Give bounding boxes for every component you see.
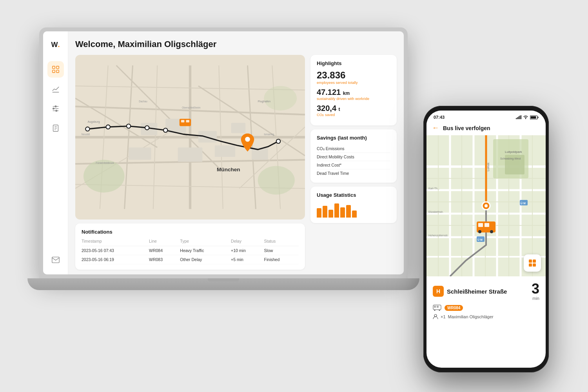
laptop-base bbox=[27, 278, 419, 290]
cell-line: WR083 bbox=[149, 255, 180, 264]
battery-icon bbox=[530, 115, 539, 120]
svg-rect-70 bbox=[531, 116, 536, 118]
phone-bottom: H Schleißheimer Straße 3 min bbox=[426, 276, 546, 323]
svg-rect-63 bbox=[517, 117, 518, 119]
svg-point-43 bbox=[264, 86, 297, 111]
svg-point-41 bbox=[83, 160, 125, 193]
svg-rect-52 bbox=[186, 120, 189, 122]
savings-travel-time: Dead Travel Time bbox=[317, 169, 390, 177]
svg-rect-38 bbox=[178, 147, 203, 162]
svg-point-98 bbox=[485, 204, 488, 207]
svg-rect-93 bbox=[478, 223, 483, 227]
sidebar-item-reports[interactable] bbox=[47, 120, 64, 136]
passenger-info: ×1 Maximilian Oligschläger bbox=[433, 314, 539, 319]
savings-title: Savings (last month) bbox=[317, 135, 390, 141]
table-row: 2023-05-16 07:43 WR084 Heavy Traffic +10… bbox=[82, 246, 299, 255]
col-delay: Delay bbox=[231, 238, 264, 246]
minutes-number: 3 bbox=[532, 282, 539, 296]
svg-point-10 bbox=[55, 106, 56, 107]
phone-frame: 07:43 bbox=[423, 106, 549, 372]
svg-point-53 bbox=[245, 137, 250, 142]
person-icon bbox=[433, 314, 438, 319]
cell-timestamp: 2023-05-16 06:19 bbox=[82, 255, 149, 264]
highlight-co2-label: CO₂ saved bbox=[317, 113, 390, 117]
svg-rect-35 bbox=[198, 131, 217, 142]
back-button[interactable]: ← bbox=[432, 124, 439, 132]
svg-rect-37 bbox=[129, 147, 151, 160]
reports-icon bbox=[51, 124, 60, 132]
svg-point-49 bbox=[276, 139, 280, 143]
svg-text:Ü M: Ü M bbox=[477, 238, 483, 241]
savings-indirect: Indirect Cost* bbox=[317, 161, 390, 169]
svg-rect-66 bbox=[521, 115, 521, 119]
svg-rect-109 bbox=[529, 260, 532, 263]
svg-text:München: München bbox=[217, 167, 240, 172]
svg-point-96 bbox=[490, 230, 493, 233]
laptop-screen: W. bbox=[43, 31, 404, 274]
sidebar-item-analytics[interactable] bbox=[47, 81, 64, 97]
logo-dot: . bbox=[58, 41, 60, 49]
laptop-body: W. bbox=[39, 27, 408, 278]
svg-rect-111 bbox=[529, 263, 532, 267]
grid-button[interactable] bbox=[524, 254, 541, 272]
col-type: Type bbox=[180, 238, 231, 246]
phone-map: Lottstr. Elizabethstr. Hohenzollernstr. … bbox=[426, 135, 546, 276]
svg-rect-51 bbox=[181, 120, 184, 122]
phone-status-bar: 07:43 bbox=[426, 111, 546, 122]
svg-text:Neusäß: Neusäß bbox=[82, 133, 90, 136]
sidebar-item-settings[interactable] bbox=[47, 100, 64, 117]
scene: W. bbox=[39, 20, 549, 372]
svg-point-95 bbox=[478, 230, 481, 233]
svg-point-117 bbox=[439, 310, 440, 311]
page-title: Welcome, Maximilian Oligschläger bbox=[75, 39, 397, 49]
col-status: Status bbox=[264, 238, 299, 246]
svg-rect-115 bbox=[437, 306, 439, 308]
highlight-co2: 320,4 t bbox=[317, 104, 390, 113]
highlight-employees: 23.836 bbox=[317, 70, 390, 80]
svg-text:Luitpoldpark: Luitpoldpark bbox=[505, 150, 523, 154]
passenger-name: Maximilian Oligschläger bbox=[448, 314, 494, 319]
svg-text:Fürstenfeldbruck: Fürstenfeldbruck bbox=[96, 162, 114, 164]
svg-text:Augsburg: Augsburg bbox=[87, 120, 100, 123]
sidebar-item-dashboard[interactable] bbox=[47, 61, 64, 78]
svg-text:Ü M: Ü M bbox=[521, 201, 526, 205]
cell-delay: +5 min bbox=[231, 255, 264, 264]
sidebar: W. bbox=[43, 31, 68, 274]
svg-point-42 bbox=[258, 166, 295, 194]
highlights-title: Highlights bbox=[317, 60, 390, 66]
usage-chart bbox=[317, 202, 390, 218]
analytics-icon bbox=[51, 85, 60, 93]
content-grid: München Augsburg Neusäß Flughafen Ismani… bbox=[75, 55, 397, 270]
savings-co2: CO₂ Emissions bbox=[317, 145, 390, 153]
svg-rect-112 bbox=[533, 263, 536, 267]
svg-rect-64 bbox=[518, 116, 519, 119]
svg-point-67 bbox=[525, 118, 526, 119]
phone: 07:43 bbox=[423, 106, 549, 372]
savings-card: Savings (last month) CO₂ Emissions Direc… bbox=[310, 129, 397, 183]
usage-card: Usage Statistics bbox=[310, 187, 397, 223]
svg-text:Ismaning: Ismaning bbox=[264, 133, 274, 136]
sidebar-item-support[interactable] bbox=[47, 252, 64, 268]
minutes-label: min bbox=[532, 296, 539, 301]
col-line: Line bbox=[149, 238, 180, 246]
bus-badge: WR084 bbox=[445, 305, 463, 311]
phone-screen-title: Bus live verfolgen bbox=[443, 125, 490, 131]
svg-rect-50 bbox=[180, 119, 191, 126]
notifications-title: Notifications bbox=[82, 229, 299, 235]
svg-rect-39 bbox=[215, 145, 235, 157]
svg-point-47 bbox=[145, 126, 149, 130]
stop-type-icon: H bbox=[433, 286, 444, 297]
highlight-km: 47.121 km bbox=[317, 88, 390, 96]
bus-icon bbox=[433, 305, 441, 311]
cell-type: Other Delay bbox=[180, 255, 231, 264]
svg-rect-36 bbox=[231, 123, 246, 133]
signal-icon bbox=[516, 115, 521, 119]
svg-text:Flughafen: Flughafen bbox=[258, 100, 271, 103]
laptop-notch bbox=[208, 278, 239, 281]
svg-point-46 bbox=[127, 124, 131, 128]
svg-rect-62 bbox=[516, 118, 517, 119]
svg-rect-94 bbox=[485, 223, 489, 227]
cell-status: Finished bbox=[264, 255, 299, 264]
svg-rect-2 bbox=[52, 70, 54, 73]
col-timestamp: Timestamp bbox=[82, 238, 149, 246]
